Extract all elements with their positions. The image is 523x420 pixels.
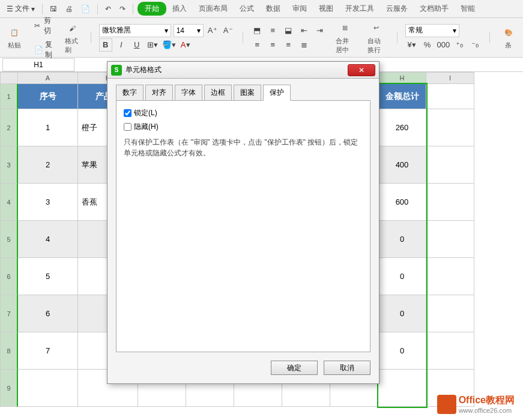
cell[interactable]: 600	[378, 184, 426, 221]
select-all-corner[interactable]	[0, 72, 18, 84]
valign-mid-button[interactable]: ≡	[266, 24, 279, 37]
undo-icon[interactable]: ↶	[102, 4, 114, 14]
align-center-button[interactable]: ≡	[266, 38, 279, 52]
italic-button[interactable]: I	[115, 38, 128, 52]
align-left-button[interactable]: ≡	[250, 38, 264, 52]
cell[interactable]: 0	[378, 221, 426, 258]
percent-button[interactable]: %	[421, 38, 434, 52]
cell[interactable]: 0	[378, 258, 426, 295]
cell[interactable]	[426, 258, 474, 295]
col-header-A[interactable]: A	[18, 72, 78, 84]
tab-pattern[interactable]: 图案	[234, 85, 261, 101]
indent-right-button[interactable]: ⇥	[313, 24, 326, 37]
row-header-2[interactable]: 2	[0, 109, 18, 146]
indent-left-button[interactable]: ⇤	[297, 24, 310, 37]
tab-data[interactable]: 数据	[260, 1, 286, 16]
col-header-I[interactable]: I	[426, 72, 474, 84]
increase-font-button[interactable]: A⁺	[206, 24, 219, 37]
cell[interactable]: 4	[18, 221, 78, 258]
cell[interactable]	[426, 109, 474, 146]
hidden-checkbox[interactable]	[124, 123, 132, 131]
hidden-checkbox-row[interactable]: 隐藏(H)	[124, 122, 363, 132]
cell[interactable]	[426, 221, 474, 258]
distribute-button[interactable]: ≣	[297, 38, 310, 52]
format-painter-button[interactable]: 🖌 格式刷	[61, 20, 83, 56]
wrap-button[interactable]: ↩ 自动换行	[364, 20, 389, 56]
cell[interactable]: 1	[18, 109, 78, 146]
tab-insert[interactable]: 插入	[166, 1, 193, 16]
dialog-titlebar[interactable]: S 单元格格式 ✕	[107, 62, 379, 79]
locked-checkbox-row[interactable]: 锁定(L)	[124, 108, 363, 118]
font-name-select[interactable]: 微软雅黑▾	[99, 24, 171, 37]
cell[interactable]	[426, 184, 474, 221]
tab-review[interactable]: 审阅	[286, 1, 313, 16]
cell[interactable]: 0	[378, 332, 426, 370]
decrease-font-button[interactable]: A⁻	[222, 24, 235, 37]
ok-button[interactable]: 确定	[271, 361, 318, 375]
cell[interactable]: 金额总计	[378, 84, 426, 109]
cell[interactable]: 7	[18, 332, 78, 370]
row-header-1[interactable]: 1	[0, 84, 18, 109]
tab-align[interactable]: 对齐	[145, 85, 173, 101]
locked-checkbox[interactable]	[124, 109, 132, 117]
underline-button[interactable]: U	[130, 38, 144, 52]
col-header-H[interactable]: H	[378, 72, 426, 84]
row-header-7[interactable]: 7	[0, 295, 18, 332]
cell[interactable]	[426, 332, 474, 370]
redo-icon[interactable]: ↷	[116, 4, 128, 14]
align-right-button[interactable]: ≡	[282, 38, 295, 52]
tab-border[interactable]: 边框	[204, 85, 232, 101]
row-header-8[interactable]: 8	[0, 332, 18, 370]
bold-button[interactable]: B	[99, 38, 112, 52]
number-format-select[interactable]: 常规▾	[405, 24, 459, 37]
cell[interactable]	[378, 370, 426, 407]
tab-smart[interactable]: 智能	[455, 1, 481, 16]
save-icon[interactable]: 🖫	[47, 4, 60, 14]
cell[interactable]: 5	[18, 258, 78, 295]
tab-dev[interactable]: 开发工具	[339, 1, 380, 16]
comma-button[interactable]: 000	[437, 38, 451, 52]
cell[interactable]: 6	[18, 295, 78, 332]
dec-inc-button[interactable]: ⁺₀	[453, 38, 466, 52]
file-menu[interactable]: ☰ 文件 ▾	[4, 2, 38, 15]
cell[interactable]	[18, 370, 78, 407]
font-color-button[interactable]: A▾	[179, 38, 192, 52]
tab-view[interactable]: 视图	[313, 1, 339, 16]
currency-button[interactable]: ¥▾	[405, 38, 419, 52]
style-button[interactable]: 🎨 条	[498, 24, 519, 51]
cell[interactable]: 2	[18, 146, 78, 184]
cell[interactable]: 序号	[18, 84, 78, 109]
valign-bot-button[interactable]: ⬓	[282, 24, 295, 37]
paste-button[interactable]: 📋 粘贴	[4, 24, 25, 51]
cancel-button[interactable]: 取消	[324, 361, 370, 375]
print-icon[interactable]: 🖨	[62, 4, 76, 14]
dec-dec-button[interactable]: ⁻₀	[468, 38, 482, 52]
cut-button[interactable]: ✂剪切	[31, 14, 55, 37]
tab-doc[interactable]: 文档助手	[414, 1, 455, 16]
tab-font[interactable]: 字体	[175, 85, 202, 101]
cell[interactable]: 3	[18, 184, 78, 221]
tab-start[interactable]: 开始	[138, 2, 166, 16]
row-header-9[interactable]: 9	[0, 370, 18, 407]
cell[interactable]: 0	[378, 295, 426, 332]
cell[interactable]	[426, 295, 474, 332]
cell[interactable]	[426, 84, 474, 109]
preview-icon[interactable]: 📄	[78, 4, 93, 14]
tab-cloud[interactable]: 云服务	[380, 1, 414, 16]
row-header-5[interactable]: 5	[0, 221, 18, 258]
tab-formula[interactable]: 公式	[234, 1, 260, 16]
tab-number[interactable]: 数字	[116, 85, 144, 101]
tab-layout[interactable]: 页面布局	[193, 1, 234, 16]
cell[interactable]: 260	[378, 109, 426, 146]
cell[interactable]	[426, 146, 474, 184]
close-button[interactable]: ✕	[348, 64, 375, 76]
row-header-4[interactable]: 4	[0, 184, 18, 221]
row-header-3[interactable]: 3	[0, 146, 18, 184]
merge-button[interactable]: ⊞ 合并居中	[332, 20, 357, 56]
valign-top-button[interactable]: ⬒	[250, 24, 264, 37]
cell[interactable]: 400	[378, 146, 426, 184]
row-header-6[interactable]: 6	[0, 258, 18, 295]
fill-color-button[interactable]: 🪣▾	[162, 38, 177, 52]
tab-protect[interactable]: 保护	[263, 85, 291, 101]
font-size-select[interactable]: 14▾	[174, 24, 204, 37]
